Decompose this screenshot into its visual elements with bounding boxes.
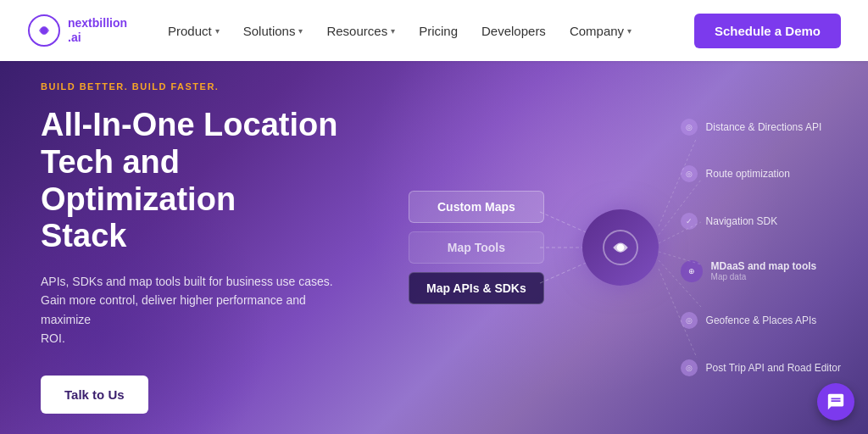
api-dot: ◎ (681, 165, 698, 182)
logo-text: nextbillion .ai (68, 16, 127, 45)
chevron-down-icon: ▾ (215, 26, 220, 36)
chevron-down-icon: ▾ (298, 26, 303, 36)
chat-bubble-button[interactable] (817, 383, 854, 420)
api-route: ◎ Route optimization (681, 165, 841, 182)
nav-developers[interactable]: Developers (481, 24, 546, 38)
custom-maps-button[interactable]: Custom Maps (409, 191, 544, 223)
nav-company[interactable]: Company ▾ (570, 24, 632, 38)
api-dot: ◎ (681, 312, 698, 329)
nav-links: Product ▾ Solutions ▾ Resources ▾ Pricin… (168, 24, 694, 38)
hero-section: BUILD BETTER. BUILD FASTER. All-In-One L… (0, 61, 868, 434)
feature-buttons: Custom Maps Map Tools Map APIs & SDKs (409, 191, 544, 304)
diagram: Custom Maps Map Tools Map APIs & SDKs ◎ (392, 86, 849, 409)
svg-point-1 (41, 27, 47, 34)
chevron-down-icon: ▾ (627, 26, 632, 36)
api-dot: ◎ (681, 119, 698, 136)
navbar: nextbillion .ai Product ▾ Solutions ▾ Re… (0, 0, 868, 61)
center-logo-circle (582, 209, 659, 286)
logo-icon (27, 14, 61, 47)
map-apis-sdks-button[interactable]: Map APIs & SDKs (409, 272, 544, 304)
api-mdaas: ⊕ MDaaS and map tools Map data (681, 260, 841, 282)
api-post-trip: ◎ Post Trip API and Road Editor (681, 359, 841, 376)
center-logo-icon (599, 226, 642, 269)
nav-resources[interactable]: Resources ▾ (326, 24, 395, 38)
api-geofence: ◎ Geofence & Places APIs (681, 312, 841, 329)
talk-to-us-button[interactable]: Talk to Us (41, 376, 148, 414)
hero-diagram: Custom Maps Map Tools Map APIs & SDKs ◎ (373, 61, 868, 434)
hero-content: BUILD BETTER. BUILD FASTER. All-In-One L… (0, 61, 373, 434)
nav-pricing[interactable]: Pricing (419, 24, 458, 38)
hero-title: All-In-One Location Tech and Optimizatio… (41, 107, 339, 255)
api-dot: ✓ (681, 213, 698, 230)
chevron-down-icon: ▾ (391, 26, 395, 36)
nav-solutions[interactable]: Solutions ▾ (243, 24, 303, 38)
api-labels: ◎ Distance & Directions API ◎ Route opti… (681, 86, 841, 409)
hero-description: APIs, SDKs and map tools built for busin… (41, 272, 339, 348)
api-dot-highlighted: ⊕ (681, 260, 703, 282)
nav-product[interactable]: Product ▾ (168, 24, 220, 38)
api-dot: ◎ (681, 359, 698, 376)
schedule-demo-button[interactable]: Schedule a Demo (694, 14, 841, 48)
map-tools-button[interactable]: Map Tools (409, 231, 544, 264)
hero-tagline: BUILD BETTER. BUILD FASTER. (41, 81, 339, 92)
logo[interactable]: nextbillion .ai (27, 14, 127, 47)
api-navigation: ✓ Navigation SDK (681, 213, 841, 230)
chat-icon (826, 392, 845, 411)
svg-point-12 (617, 244, 625, 252)
api-distance: ◎ Distance & Directions API (681, 119, 841, 136)
